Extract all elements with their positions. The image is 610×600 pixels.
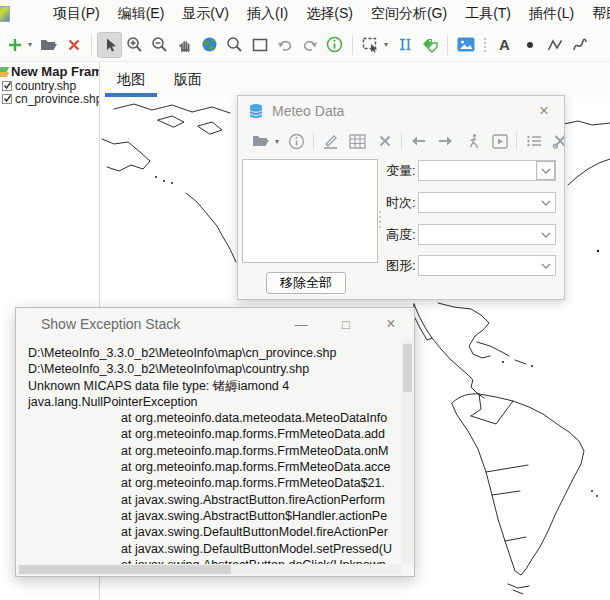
remove-layer-button[interactable] bbox=[61, 32, 86, 58]
identify-button[interactable] bbox=[322, 32, 347, 58]
vertical-scrollbar[interactable] bbox=[402, 340, 413, 564]
stack-line: D:\MeteoInfo_3.3.0_b2\MeteoInfo\map\cn_p… bbox=[28, 345, 402, 361]
settings-list-button[interactable] bbox=[520, 129, 547, 153]
pan-tool-button[interactable] bbox=[172, 32, 197, 58]
add-layer-button[interactable] bbox=[2, 32, 27, 58]
dialog-splitter-handle[interactable] bbox=[379, 211, 381, 228]
remove-all-button[interactable]: 移除全部 bbox=[266, 272, 346, 294]
select-feature-caret-icon[interactable]: ▾ bbox=[384, 40, 392, 49]
data-info-button[interactable] bbox=[283, 129, 310, 153]
graph-field-row: 图形: bbox=[386, 255, 556, 276]
minimize-button[interactable]: — bbox=[290, 317, 312, 332]
variable-field-row: 变量: bbox=[386, 160, 556, 181]
zoom-window-button[interactable] bbox=[247, 32, 272, 58]
curve-icon bbox=[572, 38, 588, 52]
prev-time-button[interactable] bbox=[405, 129, 432, 153]
map-frame-label: New Map Frame bbox=[11, 64, 100, 79]
open-file-button[interactable] bbox=[36, 32, 61, 58]
menu-tools[interactable]: 工具(T) bbox=[456, 1, 520, 27]
label-button[interactable] bbox=[417, 32, 442, 58]
menu-insert[interactable]: 插入(I) bbox=[238, 1, 297, 27]
select-rectangle-icon bbox=[362, 37, 379, 53]
map-frame-node[interactable]: New Map Frame bbox=[0, 64, 99, 79]
animation-button[interactable] bbox=[459, 129, 486, 153]
menu-selection[interactable]: 选择(S) bbox=[297, 1, 362, 27]
zoom-in-tool-button[interactable] bbox=[122, 32, 147, 58]
zoom-out-tool-button[interactable] bbox=[147, 32, 172, 58]
info-icon bbox=[288, 133, 305, 150]
toolbar-drag-handle[interactable] bbox=[484, 38, 486, 52]
toolbar-separator bbox=[91, 35, 92, 55]
dialog-close-button[interactable]: × bbox=[534, 101, 554, 121]
menu-edit[interactable]: 编辑(E) bbox=[109, 1, 174, 27]
menu-help[interactable]: 帮助(H) bbox=[583, 1, 610, 27]
chevron-down-icon[interactable] bbox=[536, 225, 555, 244]
maximize-button[interactable]: □ bbox=[335, 317, 357, 332]
layer-item-country[interactable]: country.shp bbox=[2, 79, 99, 92]
data-table-button[interactable] bbox=[344, 129, 371, 153]
open-data-button[interactable] bbox=[247, 129, 274, 153]
chevron-down-icon[interactable] bbox=[536, 256, 555, 275]
insert-image-button[interactable] bbox=[453, 32, 478, 58]
menu-view[interactable]: 显示(V) bbox=[173, 1, 238, 27]
table-icon bbox=[349, 134, 366, 149]
zoom-to-layer-button[interactable] bbox=[222, 32, 247, 58]
chevron-down-icon[interactable] bbox=[536, 193, 555, 212]
menu-project[interactable]: 项目(P) bbox=[44, 1, 109, 27]
stack-line: at javax.swing.DefaultButtonModel.setPre… bbox=[28, 541, 402, 557]
tab-map[interactable]: 地图 bbox=[105, 63, 157, 97]
select-tool-button[interactable] bbox=[97, 32, 122, 58]
horizontal-scrollbar[interactable] bbox=[17, 564, 402, 575]
add-layer-caret-icon[interactable]: ▾ bbox=[28, 40, 36, 49]
exception-stack-text[interactable]: D:\MeteoInfo_3.3.0_b2\MeteoInfo\map\cn_p… bbox=[17, 340, 402, 564]
polyline-icon bbox=[547, 38, 563, 52]
tools-button[interactable] bbox=[547, 129, 564, 153]
layer-label: cn_province.shp bbox=[15, 92, 100, 106]
draw-data-button[interactable] bbox=[317, 129, 344, 153]
tab-layout-label: 版面 bbox=[174, 71, 202, 89]
redo-zoom-button[interactable] bbox=[297, 32, 322, 58]
pencil-icon bbox=[322, 133, 339, 149]
layer-item-cn-province[interactable]: cn_province.shp bbox=[2, 92, 99, 105]
hand-icon bbox=[177, 37, 193, 53]
play-button[interactable] bbox=[486, 129, 513, 153]
exception-titlebar[interactable]: Show Exception Stack — □ × bbox=[16, 308, 414, 340]
stack-line: D:\MeteoInfo_3.3.0_b2\MeteoInfo\map\coun… bbox=[28, 361, 402, 377]
check-icon bbox=[3, 94, 11, 103]
full-extent-button[interactable] bbox=[197, 32, 222, 58]
tab-layout[interactable]: 版面 bbox=[162, 63, 214, 97]
toolbar-separator bbox=[352, 35, 353, 55]
draw-text-button[interactable]: A bbox=[492, 32, 517, 58]
next-time-button[interactable] bbox=[432, 129, 459, 153]
open-data-caret-icon[interactable]: ▾ bbox=[275, 137, 283, 146]
toolbar-separator bbox=[447, 35, 448, 55]
menu-plugins[interactable]: 插件(L) bbox=[520, 1, 583, 27]
data-file-listbox[interactable] bbox=[242, 159, 378, 263]
close-button[interactable]: × bbox=[380, 315, 402, 333]
chevron-down-icon[interactable] bbox=[536, 161, 555, 180]
stack-line: at javax.swing.AbstractButton$Handler.ac… bbox=[28, 508, 402, 524]
variable-combobox[interactable] bbox=[418, 160, 556, 181]
layer-checkbox[interactable] bbox=[2, 81, 12, 91]
scrollbar-thumb[interactable] bbox=[403, 344, 412, 392]
draw-curve-button[interactable] bbox=[567, 32, 592, 58]
meteo-dialog-toolbar: ▾ bbox=[238, 126, 564, 156]
draw-point-button[interactable] bbox=[517, 32, 542, 58]
graph-combobox[interactable] bbox=[418, 255, 556, 276]
level-combobox[interactable] bbox=[418, 224, 556, 245]
measure-button[interactable] bbox=[392, 32, 417, 58]
draw-polyline-button[interactable] bbox=[542, 32, 567, 58]
remove-data-button[interactable] bbox=[371, 129, 398, 153]
menu-geoprocessing[interactable]: 空间分析(G) bbox=[362, 1, 456, 27]
select-feature-button[interactable] bbox=[358, 32, 383, 58]
undo-arrow-icon bbox=[277, 38, 293, 52]
time-combobox[interactable] bbox=[418, 192, 556, 213]
graph-label: 图形: bbox=[386, 257, 418, 275]
undo-zoom-button[interactable] bbox=[272, 32, 297, 58]
globe-icon bbox=[201, 36, 218, 53]
stack-line: Unknown MICAPS data file type: 锗縟iamond … bbox=[28, 378, 402, 394]
folder-open-icon bbox=[40, 38, 58, 52]
scrollbar-thumb[interactable] bbox=[19, 565, 231, 574]
layer-checkbox[interactable] bbox=[2, 94, 12, 104]
meteo-dialog-titlebar[interactable]: Meteo Data × bbox=[238, 96, 564, 126]
